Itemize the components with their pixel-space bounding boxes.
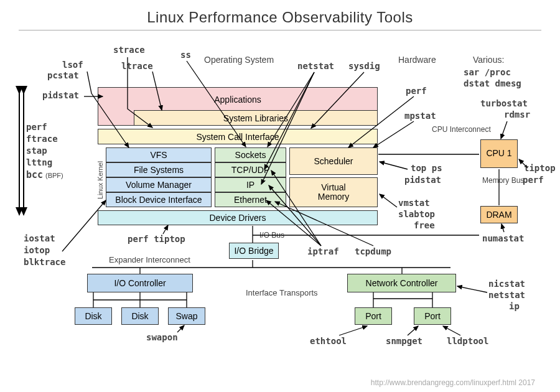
layer-port1: Port: [355, 307, 392, 325]
sar-text: sar: [464, 67, 479, 77]
tool-vmstat: vmstat: [398, 198, 430, 208]
layer-iobridge: I/O Bridge: [229, 243, 279, 259]
dmesg-text: dmesg: [495, 78, 521, 88]
tool-bcc-text: bcc: [26, 169, 43, 180]
tool-topps: top ps: [411, 163, 442, 173]
tool-perf: perf: [406, 86, 427, 96]
kernel-label: Linux Kernel: [96, 161, 104, 199]
tool-pidstat2: pidstat: [404, 175, 441, 185]
cpuinter-label: CPU Interconnect: [432, 126, 491, 134]
vm-label: Virtual Memory: [318, 183, 350, 202]
proc-text: /proc: [485, 67, 511, 77]
tool-blktrace: blktrace: [24, 257, 65, 267]
tool-rdmsr: rdmsr: [504, 110, 530, 119]
tool-turbostat: turbostat: [480, 98, 528, 108]
tool-numastat: numastat: [482, 233, 524, 243]
applications-label: Applications: [214, 95, 261, 105]
tool-tcpdump: tcpdump: [355, 246, 391, 256]
tool-iostat: iostat: [24, 233, 55, 243]
tool-ftrace: ftrace: [26, 134, 58, 144]
layer-fs: File Systems: [106, 162, 212, 177]
layer-scheduler: Scheduler: [289, 147, 378, 175]
membus-text: Memory Bus: [482, 176, 524, 185]
iftrans-label: Interface Transports: [246, 288, 318, 297]
layer-ip: IP: [215, 177, 286, 192]
layer-disk1: Disk: [75, 307, 112, 325]
tool-swapon: swapon: [146, 332, 178, 342]
tool-strace: strace: [113, 45, 145, 55]
layer-disk2: Disk: [121, 307, 159, 325]
footer: http://www.brendangregg.com/linuxperf.ht…: [371, 378, 535, 387]
layer-eth: Ethernet: [215, 192, 286, 207]
tool-dstat: dstat dmesg: [464, 78, 521, 88]
tool-perf-k: perf: [26, 122, 47, 132]
os-header: Operating System: [204, 55, 274, 65]
tool-sysdig: sysdig: [348, 61, 380, 71]
tool-pidstat: pidstat: [42, 90, 79, 100]
tool-bpf-text: (BPF): [45, 172, 63, 179]
membus-label: Memory Bus: [482, 177, 524, 185]
layer-dram: DRAM: [480, 206, 518, 223]
tool-bcc: bcc (BPF): [26, 169, 63, 180]
layer-syslib: System Libraries: [134, 110, 378, 126]
tool-snmpget: snmpget: [386, 336, 422, 346]
tool-lttng: lttng: [26, 157, 52, 167]
layer-tcpudp: TCP/UDP: [215, 162, 286, 177]
tool-iotop: iotop: [24, 245, 50, 255]
layer-swap: Swap: [168, 307, 205, 325]
layer-vfs: VFS: [106, 147, 212, 162]
page-title: Linux Performance Observability Tools: [0, 9, 560, 26]
dstat-text: dstat: [464, 78, 490, 88]
expander-label: Expander Interconnect: [109, 255, 190, 264]
title-divider: [19, 30, 541, 30]
layer-sockets: Sockets: [215, 147, 286, 162]
tool-lldptool: lldptool: [447, 336, 488, 346]
tool-lsof: lsof: [62, 60, 83, 70]
layer-ioctrl: I/O Controller: [87, 274, 193, 292]
tool-mpstat: mpstat: [404, 111, 436, 121]
tool-ethtool: ethtool: [310, 336, 347, 346]
layer-vm: Virtual Memory: [289, 177, 378, 207]
tool-slabtop: slabtop: [398, 209, 435, 219]
tool-ltrace: ltrace: [121, 61, 153, 71]
tool-nicstat: nicstat: [488, 279, 525, 289]
layer-cpu: CPU 1: [480, 139, 518, 168]
tool-iptool: ip: [509, 301, 520, 311]
tool-netstat: netstat: [297, 61, 334, 71]
various-header: Various:: [473, 55, 504, 65]
layer-devicedrivers: Device Drivers: [98, 210, 378, 225]
layer-vol: Volume Manager: [106, 177, 212, 192]
tool-perftiptop: perf tiptop: [128, 234, 185, 244]
tool-sar: sar /proc: [464, 67, 511, 77]
layer-syscall: System Call Interface: [98, 129, 378, 144]
tool-tiptop: tiptop: [524, 163, 556, 173]
tool-pcstat: pcstat: [47, 70, 79, 80]
tool-iptraf: iptraf: [307, 246, 339, 256]
iobus-label: I/O Bus: [259, 231, 284, 240]
tool-ss: ss: [180, 50, 191, 60]
tool-perf2: perf: [523, 175, 544, 185]
tool-stap: stap: [26, 146, 47, 156]
layer-blk: Block Device Interface: [106, 192, 212, 207]
tool-free: free: [414, 220, 435, 230]
layer-netctrl: Network Controller: [347, 274, 456, 292]
tool-netstat2: netstat: [488, 290, 525, 300]
layer-port2: Port: [414, 307, 451, 325]
hw-header: Hardware: [398, 55, 436, 65]
cpuinter-text: CPU Interconnect: [432, 125, 491, 134]
